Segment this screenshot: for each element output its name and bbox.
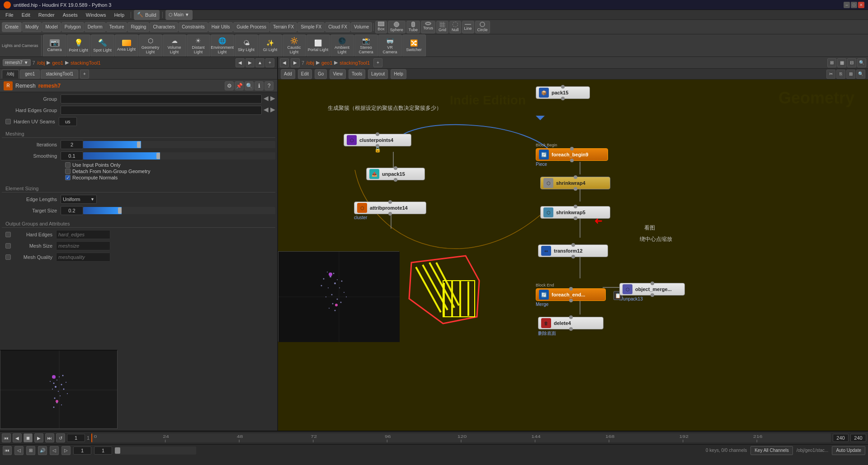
goto-start-btn[interactable]: ⏮	[2, 433, 11, 442]
right-geo1-breadcrumb[interactable]: geo1	[321, 60, 332, 66]
hard-edges-out-input[interactable]	[56, 230, 110, 239]
mesh-size-checkbox[interactable]	[5, 243, 11, 249]
use-input-checkbox[interactable]	[65, 162, 71, 168]
characters-tool[interactable]: Characters	[150, 22, 178, 32]
harden-uv-checkbox[interactable]	[5, 119, 11, 124]
shrinkwrap5-bottom[interactable]	[574, 216, 577, 220]
iterations-input[interactable]	[61, 140, 83, 149]
clusterpoints4-top[interactable]	[376, 132, 379, 136]
shrinkwrap4-top[interactable]	[574, 175, 577, 179]
ng-cut-btn[interactable]: ✂	[826, 70, 835, 79]
tab-obj[interactable]: /obj	[2, 70, 19, 79]
ng-layout-btn[interactable]: Layout	[368, 69, 388, 79]
object-merge-bottom[interactable]	[651, 293, 654, 297]
modify-tool[interactable]: Modify	[22, 22, 42, 32]
zoom-button[interactable]: 🔍	[245, 81, 254, 90]
stacking-breadcrumb[interactable]: stackingTool1	[71, 60, 101, 66]
ambient-light-btn[interactable]: 🌑 Ambient Light	[330, 34, 354, 57]
close-button[interactable]: ✕	[858, 2, 864, 8]
obj-breadcrumb[interactable]: /obj	[37, 60, 45, 66]
start-frame-input[interactable]	[67, 434, 85, 442]
ng-tools-btn[interactable]: Tools	[349, 69, 365, 79]
smoothing-input[interactable]	[61, 151, 83, 160]
menu-render[interactable]: Render	[35, 11, 58, 19]
unpack15-top[interactable]	[394, 166, 397, 170]
snap-btn[interactable]: ⊞	[26, 446, 35, 455]
gear-button[interactable]: ⚙	[225, 81, 234, 90]
right-view-btn2[interactable]: ▦	[837, 58, 846, 67]
bottom-btn3[interactable]: ◁	[50, 446, 59, 455]
spot-light-btn[interactable]: 🔦 Spot Light	[91, 34, 114, 57]
info-button[interactable]: ℹ	[255, 81, 264, 90]
pack15-bottom-connector[interactable]	[561, 97, 565, 100]
right-view-btn1[interactable]: ⊞	[827, 58, 836, 67]
delete4-bottom[interactable]	[569, 327, 573, 331]
stereo-camera-btn[interactable]: 📸 Stereo Camera	[354, 34, 378, 57]
auto-update-btn[interactable]: Auto Update	[832, 446, 865, 455]
constraints-tool[interactable]: Constraints	[179, 22, 208, 32]
delete4-top[interactable]	[569, 315, 573, 319]
shrinkwrap4-bottom[interactable]	[574, 187, 577, 191]
nav-back[interactable]: ◀	[236, 58, 245, 67]
area-light-btn[interactable]: Area Light	[115, 34, 138, 57]
nav-up[interactable]: ▲	[255, 58, 264, 67]
right-add-tab-btn[interactable]: +	[373, 58, 382, 67]
group-arrow1[interactable]: ◀	[264, 94, 269, 103]
volume-light-btn[interactable]: ☁ Volume Light	[163, 34, 186, 57]
create-tool[interactable]: Create	[2, 22, 22, 32]
camera-btn[interactable]: 📷 Camera	[43, 34, 66, 57]
menu-help[interactable]: Help	[110, 11, 128, 19]
add-tab-btn[interactable]: +	[80, 70, 89, 79]
torus-tool[interactable]: Torus	[421, 21, 435, 33]
foreach-begin9-bottom[interactable]	[570, 159, 574, 162]
hair-utils-tool[interactable]: Hair Utils	[208, 22, 233, 32]
build-button[interactable]: 🔨Build	[134, 10, 159, 20]
volume-tool[interactable]: Volume	[351, 22, 372, 32]
menu-file[interactable]: File	[2, 11, 17, 19]
ng-go-btn[interactable]: Go	[315, 69, 327, 79]
geometry-light-btn[interactable]: ⬡ Geometry Light	[139, 34, 162, 57]
foreach-end-node[interactable]: Block End 🔄 foreach_end... Merge	[536, 283, 606, 307]
grid-tool[interactable]: Grid	[436, 21, 448, 33]
end-frame-input1[interactable]	[833, 434, 849, 442]
group-input[interactable]	[61, 94, 262, 103]
right-zoom-fit[interactable]: 🔍	[857, 58, 866, 67]
goto-end-btn[interactable]: ⏭	[45, 433, 54, 442]
transform12-box[interactable]: ⇔ transform12	[538, 244, 608, 257]
shrinkwrap4-node[interactable]: ⬡ shrinkwrap4	[540, 177, 610, 189]
transform12-top[interactable]	[571, 243, 575, 247]
portal-light-btn[interactable]: ⬜ Portal Light	[307, 34, 330, 57]
tab-geo1[interactable]: geo1	[20, 70, 40, 79]
deform-tool[interactable]: Deform	[85, 22, 106, 32]
point-light-btn[interactable]: 💡 Point Light	[67, 34, 90, 57]
distant-light-btn[interactable]: ☀ Distant Light	[187, 34, 210, 57]
terrain-fx-tool[interactable]: Terrain FX	[270, 22, 297, 32]
right-forward-btn[interactable]: ▶	[291, 58, 300, 67]
rigging-tool[interactable]: Rigging	[127, 22, 149, 32]
loop-btn[interactable]: ↺	[56, 433, 65, 442]
main-workspace-btn[interactable]: ⬡ Main ▼	[165, 10, 193, 20]
iterations-slider[interactable]	[83, 141, 275, 148]
transform12-node[interactable]: ⇔ transform12	[538, 244, 608, 257]
bottom-btn2[interactable]: ◁	[14, 446, 24, 455]
ng-view-btn[interactable]: View	[330, 69, 346, 79]
transform12-bottom[interactable]	[571, 255, 575, 258]
right-obj-breadcrumb[interactable]: /obj	[306, 60, 314, 66]
attribpromote14-node[interactable]: ⬡ attribpromote14 cluster	[354, 202, 426, 220]
gi-light-btn[interactable]: ✨ GI Light	[259, 34, 282, 57]
stop-btn[interactable]: ⏹	[24, 433, 33, 442]
mesh-quality-checkbox[interactable]	[5, 254, 11, 260]
unpack15-bottom[interactable]	[394, 178, 397, 182]
nav-forward[interactable]: ▶	[245, 58, 255, 67]
delete4-box[interactable]: 🗑 delete4	[538, 317, 604, 329]
environment-light-btn[interactable]: 🌐 Environment Light	[211, 34, 234, 57]
model-tool[interactable]: Model	[42, 22, 61, 32]
foreach-end-box[interactable]: 🔄 foreach_end...	[536, 288, 606, 301]
mesh-quality-input[interactable]	[56, 253, 110, 262]
null-tool[interactable]: Null	[449, 21, 461, 33]
timeline-ruler[interactable]: 0 24 48 72 96 120 144 168 192 216	[91, 433, 831, 442]
end-frame-input2[interactable]	[850, 434, 866, 442]
attribpromote14-box[interactable]: ⬡ attribpromote14	[354, 202, 426, 214]
edge-lengths-dropdown[interactable]: Uniform▼	[61, 195, 97, 204]
foreach-begin9-node[interactable]: Block Begin 🔄 foreach_begin9 Piece	[536, 143, 608, 167]
